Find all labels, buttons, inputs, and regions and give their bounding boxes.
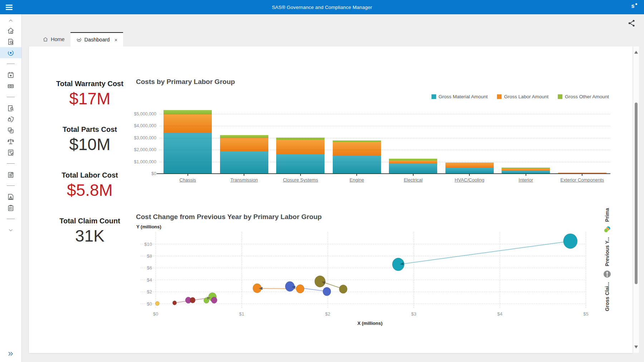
kpi-total-warranty-cost: Total Warranty Cost $17M	[36, 79, 143, 108]
bubble[interactable]	[339, 285, 347, 293]
tab-dashboard[interactable]: Dashboard ×	[70, 32, 123, 46]
dashboard-gauge-icon	[76, 37, 82, 43]
document-warning-icon	[7, 193, 15, 201]
bar-segment[interactable]	[276, 138, 325, 140]
sidebar-item-investigations[interactable]	[0, 103, 21, 114]
sidebar-item-claims-search[interactable]	[0, 36, 21, 47]
sidebar-item-security[interactable]	[0, 114, 21, 125]
y-tick-label: $1,000,000	[111, 159, 156, 165]
bar-segment[interactable]	[276, 154, 325, 174]
category-link[interactable]: Transmission	[214, 177, 274, 183]
category-link[interactable]: Interior	[496, 177, 556, 183]
bubble[interactable]	[155, 301, 159, 306]
tab-home[interactable]: Home	[37, 32, 70, 46]
legend-swatch	[558, 94, 562, 99]
legend-gross-claim-label: Gross Clai...	[604, 282, 610, 311]
bar-segment[interactable]	[389, 159, 437, 160]
bubble[interactable]	[315, 276, 326, 287]
sidebar-divider	[0, 91, 21, 103]
bubble[interactable]	[296, 284, 304, 293]
bar-segment[interactable]	[502, 168, 550, 169]
cash-icon	[7, 82, 15, 90]
chevron-down-icon	[8, 227, 14, 233]
bar-segment[interactable]	[164, 110, 212, 114]
bar-segment[interactable]	[502, 169, 550, 171]
bar-segment[interactable]	[445, 168, 494, 174]
legend-item[interactable]: Gross Labor Amount	[497, 94, 548, 99]
category-link[interactable]: HVAC/Cooling	[439, 177, 500, 183]
y-tick-label: $0	[111, 171, 156, 177]
sidebar-item-compliance[interactable]	[0, 136, 21, 147]
bar-segment[interactable]	[333, 155, 381, 174]
notification-dot-icon	[635, 3, 637, 5]
bubble[interactable]	[172, 301, 176, 305]
x-axis-tick	[526, 174, 526, 176]
sidebar-item-assessments[interactable]	[0, 147, 21, 158]
bubble[interactable]	[190, 297, 195, 303]
sidebar-item-reports[interactable]	[0, 169, 21, 180]
x-axis-tick	[244, 174, 244, 176]
dashboard-gauge-icon	[7, 49, 15, 57]
sidebar-item-costs[interactable]	[0, 80, 21, 91]
bar-segment[interactable]	[389, 160, 437, 164]
y-tick-label: $4	[147, 277, 152, 283]
sidebar-item-calendar[interactable]	[0, 69, 21, 80]
sidebar-item-dashboard[interactable]	[0, 47, 21, 58]
bubble[interactable]	[564, 234, 577, 249]
x-axis-tick	[469, 174, 470, 176]
x-tick-label: $4	[497, 311, 502, 317]
sidebar-item-home[interactable]	[0, 25, 21, 36]
bar-segment[interactable]	[333, 140, 381, 142]
category-link[interactable]: Exterior Components	[552, 177, 613, 183]
scroll-down-arrow-icon[interactable]	[634, 346, 638, 348]
sidebar-divider	[0, 213, 21, 224]
x-axis-tick	[413, 174, 414, 176]
legend-swatch	[497, 94, 502, 99]
category-link[interactable]: Electrical	[383, 177, 444, 183]
category-link[interactable]: Closure Systems	[270, 177, 331, 183]
sidebar-item-tasks[interactable]	[0, 202, 21, 213]
share-button[interactable]	[628, 19, 637, 28]
grouped-bubbles-icon	[603, 225, 611, 233]
legend-previous-year-label: Previous Y...	[604, 237, 610, 266]
tab-bar: Home Dashboard ×	[37, 32, 123, 46]
category-link[interactable]: Chassis	[157, 177, 218, 183]
bar-segment[interactable]	[445, 163, 494, 168]
bar-segment[interactable]	[276, 140, 325, 154]
bar-segment[interactable]	[445, 163, 494, 163]
y-tick-label: $6	[147, 265, 152, 271]
bar-segment[interactable]	[333, 142, 381, 155]
legend-item[interactable]: Gross Other Amount	[558, 94, 609, 99]
sidebar-item-issues[interactable]	[0, 191, 21, 202]
y-tick-label: $2,000,000	[111, 147, 156, 153]
tab-close-icon[interactable]: ×	[114, 37, 118, 43]
kpi-total-claim-count: Total Claim Count 31K	[36, 217, 143, 245]
bubble[interactable]	[211, 297, 217, 303]
x-tick-label: $0	[153, 311, 158, 317]
bubble-chart-y-label: Y (millions)	[136, 224, 161, 229]
dice-icon	[7, 127, 15, 134]
sidebar-expand-button[interactable]	[0, 348, 21, 359]
category-link[interactable]: Engine	[326, 177, 387, 183]
sidebar-divider	[0, 58, 21, 69]
bar-segment[interactable]	[220, 152, 268, 174]
bar-segment[interactable]	[220, 138, 268, 152]
bar-segment[interactable]	[164, 133, 212, 174]
bar-segment[interactable]	[389, 164, 437, 174]
bar-segment[interactable]	[220, 135, 268, 138]
app-title: SAS® Governance and Compliance Manager	[0, 0, 644, 14]
sidebar-collapse-down[interactable]	[0, 224, 21, 235]
scrollbar-thumb[interactable]	[635, 103, 638, 284]
legend-item[interactable]: Gross Material Amount	[431, 94, 488, 99]
double-chevron-right-icon	[7, 350, 14, 357]
bar-chart-plot	[160, 107, 610, 174]
user-avatar[interactable]: s	[628, 3, 638, 11]
y-tick-label: $3,000,000	[111, 135, 156, 141]
sidebar-item-scenarios[interactable]	[0, 125, 21, 136]
bar-segment[interactable]	[164, 114, 212, 133]
sidebar-collapse-up[interactable]	[0, 16, 21, 25]
vertical-scrollbar[interactable]	[633, 46, 639, 353]
x-axis-tick	[187, 174, 188, 176]
scroll-up-arrow-icon[interactable]	[634, 51, 638, 54]
bubble[interactable]	[323, 287, 331, 296]
